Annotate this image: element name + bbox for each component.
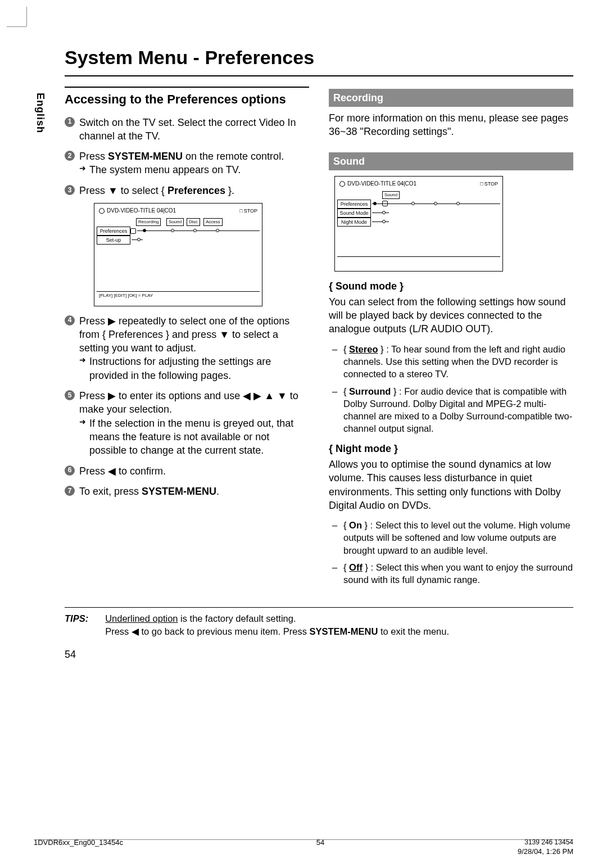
osd-tab: Disc xyxy=(187,218,200,227)
option-label: Off xyxy=(349,562,363,572)
osd-row-label: Preferences xyxy=(337,200,371,209)
step-text: Press ▶ to enter its options and use ◀ ▶… xyxy=(79,390,298,415)
option-surround: { Surround } : For audio device that is … xyxy=(329,385,573,435)
osd-title: DVD-VIDEO-TITLE 04|CO1 xyxy=(107,207,176,215)
osd-footer xyxy=(337,256,500,269)
osd-tab: Sound xyxy=(382,191,400,200)
tips-rule xyxy=(65,607,573,608)
step-2: 2 Press SYSTEM-MENU on the remote contro… xyxy=(65,150,309,177)
step-text: Press ◀ to confirm. xyxy=(79,465,166,477)
option-on: { On } : Select this to level out the vo… xyxy=(329,519,573,557)
step-substep: Instructions for adjusting the settings … xyxy=(79,355,309,382)
tips-label: TIPS: xyxy=(65,612,88,638)
sound-mode-heading: { Sound mode } xyxy=(329,279,573,293)
page-title: System Menu - Preferences xyxy=(65,45,573,71)
step-number-icon: 3 xyxy=(65,185,75,195)
footer-filename: 1DVDR6xx_Eng00_13454c xyxy=(34,838,123,857)
option-stereo: { Stereo } : To hear sound from the left… xyxy=(329,343,573,381)
crop-mark xyxy=(7,7,29,29)
footer-page: 54 xyxy=(316,838,324,857)
step-4: 4 Press ▶ repeatedly to select one of th… xyxy=(65,314,309,382)
footer-code: 3139 246 13454 xyxy=(518,838,573,847)
step-number-icon: 1 xyxy=(65,117,75,127)
step-7: 7 To exit, press SYSTEM-MENU. xyxy=(65,485,309,498)
osd-sound-screenshot: DVD-VIDEO-TITLE 04|CO1 STOP Sound Prefer… xyxy=(334,176,503,272)
step-text: Press SYSTEM-MENU on the remote control. xyxy=(79,151,284,162)
osd-row: Sound Mode xyxy=(337,209,500,217)
ring-icon xyxy=(130,228,136,234)
right-column: Recording For more information on this m… xyxy=(329,87,573,591)
osd-stop-label: STOP xyxy=(239,207,257,214)
recording-text: For more information on this menu, pleas… xyxy=(329,111,573,139)
tips-line: Underlined option is the factory default… xyxy=(105,612,573,625)
step-substep: The system menu appears on TV. xyxy=(79,163,309,177)
language-tab: English xyxy=(34,93,47,133)
footer-date: 9/28/04, 1:26 PM xyxy=(518,847,573,856)
page: English System Menu - Preferences Access… xyxy=(34,45,573,834)
night-mode-heading: { Night mode } xyxy=(329,442,573,455)
disc-icon xyxy=(99,208,105,214)
osd-title: DVD-VIDEO-TITLE 04|CO1 xyxy=(347,180,416,188)
step-5: 5 Press ▶ to enter its options and use ◀… xyxy=(65,389,309,457)
option-label: On xyxy=(349,520,362,530)
section-rule xyxy=(65,87,309,88)
step-text: Switch on the TV set. Select the correct… xyxy=(79,117,296,142)
step-text: Press ▶ repeatedly to select one of the … xyxy=(79,315,289,354)
step-number-icon: 5 xyxy=(65,390,75,400)
step-text: Press ▼ to select { Preferences }. xyxy=(79,185,234,196)
print-footer: 1DVDR6xx_Eng00_13454c 54 3139 246 13454 … xyxy=(34,838,573,857)
tips-block: TIPS: Underlined option is the factory d… xyxy=(65,612,573,638)
osd-row-label: Night Mode xyxy=(337,218,371,227)
tips-line: Press ◀ to go back to previous menu item… xyxy=(105,625,573,638)
section-heading-accessing: Accessing to the Preferences options xyxy=(65,91,309,108)
subsection-bar-sound: Sound xyxy=(329,152,573,170)
step-number-icon: 6 xyxy=(65,465,75,476)
osd-row: Set-up xyxy=(97,236,260,244)
step-number-icon: 4 xyxy=(65,315,75,326)
ring-icon xyxy=(382,201,388,206)
step-number-icon: 7 xyxy=(65,486,75,496)
disc-icon xyxy=(339,181,345,187)
option-label: Surround xyxy=(349,386,391,396)
step-1: 1 Switch on the TV set. Select the corre… xyxy=(65,116,309,143)
title-rule xyxy=(65,75,573,76)
osd-row-label: Set-up xyxy=(97,236,130,245)
osd-tab: Access xyxy=(203,218,223,227)
subsection-bar-recording: Recording xyxy=(329,89,573,107)
osd-footer: [PLAY] [EDIT] [OK] = PLAY xyxy=(97,291,260,304)
sound-mode-text: You can select from the following settin… xyxy=(329,295,573,336)
page-number: 54 xyxy=(65,648,573,661)
osd-row-label: Sound Mode xyxy=(337,209,371,218)
osd-stop-label: STOP xyxy=(480,180,498,187)
option-label: Stereo xyxy=(349,344,378,354)
step-3: 3 Press ▼ to select { Preferences }. DVD… xyxy=(65,184,309,306)
step-6: 6 Press ◀ to confirm. xyxy=(65,464,309,478)
osd-tabs: Recording Sound Disc Access xyxy=(97,218,260,226)
night-mode-text: Allows you to optimise the sound dynamic… xyxy=(329,458,573,512)
option-off: { Off } : Select this when you want to e… xyxy=(329,561,573,586)
step-text: To exit, press SYSTEM-MENU. xyxy=(79,486,219,497)
osd-row-label: Preferences xyxy=(97,227,130,236)
left-column: Accessing to the Preferences options 1 S… xyxy=(65,87,309,591)
osd-row: Night Mode xyxy=(337,218,500,226)
step-substep: If the selection in the menu is greyed o… xyxy=(79,417,309,458)
osd-tabs: Sound xyxy=(337,191,500,199)
step-number-icon: 2 xyxy=(65,151,75,161)
osd-preferences-screenshot: DVD-VIDEO-TITLE 04|CO1 STOP Recording So… xyxy=(94,203,262,306)
osd-row: Preferences xyxy=(337,200,500,208)
osd-tab: Sound xyxy=(166,218,184,227)
osd-row: Preferences xyxy=(97,227,260,235)
osd-tab: Recording xyxy=(136,218,161,227)
